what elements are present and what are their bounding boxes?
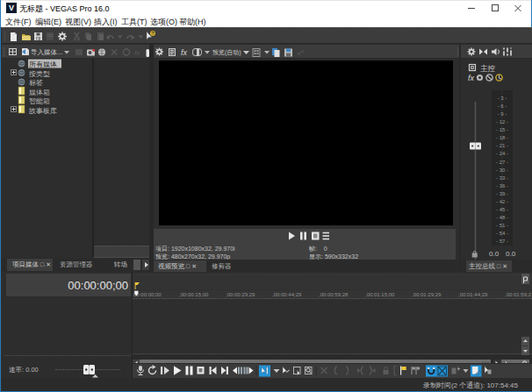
svg-text:主控: 主控 (480, 64, 496, 73)
svg-text:fx: fx (468, 74, 475, 82)
svg-text:?: ? (151, 31, 154, 36)
svg-text:预览(自动): 预览(自动) (212, 49, 241, 56)
svg-text:导入媒体...: 导入媒体... (31, 48, 62, 56)
svg-text:fx: fx (181, 48, 188, 57)
svg-text:fx: fx (134, 49, 140, 57)
